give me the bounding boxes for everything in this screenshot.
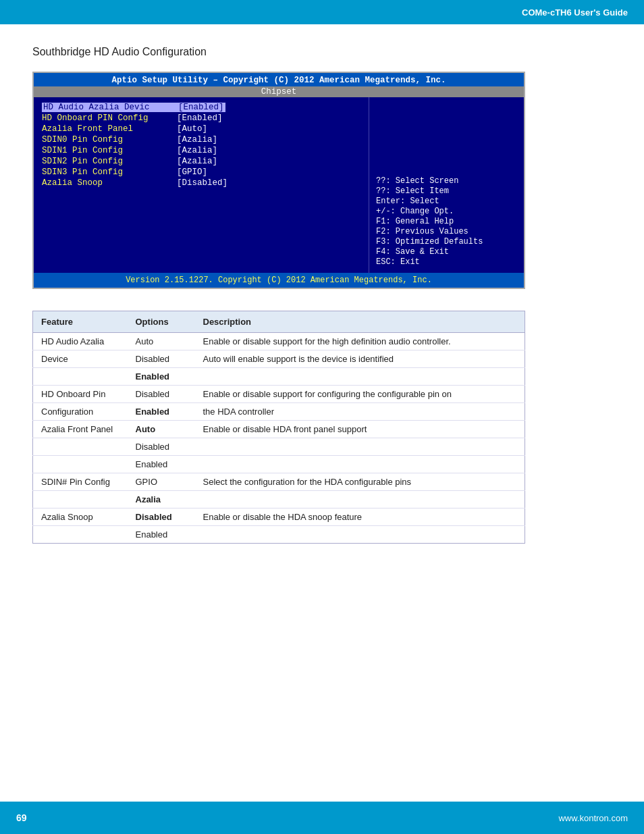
bios-help-line: F3: Optimized Defaults	[376, 237, 517, 246]
table-cell-feature	[33, 491, 128, 509]
bios-menu-value: [Enabled]	[177, 103, 225, 112]
bios-menu-value: [Auto]	[177, 124, 207, 134]
bios-menu-row: SDIN0 Pin Config [Azalia]	[42, 135, 360, 145]
bios-menu-label: Azalia Front Panel	[42, 124, 177, 134]
table-cell-options: GPIO	[128, 473, 195, 491]
table-cell-options: Disabled	[128, 386, 195, 403]
table-cell-options: Disabled	[128, 350, 195, 368]
bios-subheader: Chipset	[34, 86, 524, 97]
table-cell-description: Enable or disable the HDA snoop feature	[195, 509, 525, 526]
table-cell-options: Enabled	[128, 368, 195, 386]
table-cell-feature: Configuration	[33, 403, 128, 421]
table-row: SDIN# Pin ConfigGPIOSelect the configura…	[33, 473, 525, 491]
table-cell-feature: SDIN# Pin Config	[33, 473, 128, 491]
table-header-row: Feature Options Description	[33, 311, 525, 333]
bios-help-line: ??: Select Screen	[376, 176, 517, 186]
section-title: Southbridge HD Audio Configuration	[32, 46, 612, 58]
bios-help-right: ??: Select Screen??: Select ItemEnter: S…	[369, 97, 524, 273]
bios-menu-row: SDIN1 Pin Config [Azalia]	[42, 146, 360, 155]
table-cell-options: Enabled	[128, 526, 195, 544]
bios-body: HD Audio Azalia Devic [Enabled]HD Onboar…	[34, 97, 524, 273]
table-cell-description: Enable or disable support for configurin…	[195, 386, 525, 403]
table-cell-options: Disabled	[128, 438, 195, 456]
table-cell-feature: Azalia Snoop	[33, 509, 128, 526]
bios-help-line: ESC: Exit	[376, 257, 517, 267]
header-bar: COMe-cTH6 User's Guide	[0, 0, 644, 24]
table-cell-description: Select the configuration for the HDA con…	[195, 473, 525, 491]
bios-menu-left: HD Audio Azalia Devic [Enabled]HD Onboar…	[34, 97, 369, 273]
table-cell-feature: Device	[33, 350, 128, 368]
bios-menu-value: [Disabled]	[177, 178, 227, 188]
table-cell-feature	[33, 456, 128, 473]
col-header-description: Description	[195, 311, 525, 333]
table-cell-feature: Azalia Front Panel	[33, 421, 128, 438]
table-cell-description: Enable or disable HDA front panel suppor…	[195, 421, 525, 438]
feature-table: Feature Options Description HD Audio Aza…	[32, 311, 525, 544]
header-title: COMe-cTH6 User's Guide	[522, 7, 628, 18]
bios-menu-value: [Enabled]	[177, 113, 223, 123]
bios-menu-row: HD Onboard PIN Config [Enabled]	[42, 113, 360, 123]
bios-menu-label: SDIN0 Pin Config	[42, 135, 177, 145]
bios-menu-value: [Azalia]	[177, 146, 217, 155]
bios-footer: Version 2.15.1227. Copyright (C) 2012 Am…	[34, 273, 524, 288]
table-cell-feature: HD Audio Azalia	[33, 333, 128, 350]
footer-bar: 69 www.kontron.com	[0, 802, 644, 834]
footer-url: www.kontron.com	[558, 813, 628, 823]
table-cell-feature: HD Onboard Pin	[33, 386, 128, 403]
bios-help-line: Enter: Select	[376, 197, 517, 206]
table-cell-options: Enabled	[128, 456, 195, 473]
table-row: Azalia SnoopDisabledEnable or disable th…	[33, 509, 525, 526]
bios-menu-label: Azalia Snoop	[42, 178, 177, 188]
bios-menu-label: SDIN1 Pin Config	[42, 146, 177, 155]
bios-menu-row: Azalia Front Panel [Auto]	[42, 124, 360, 134]
table-row: Enabled	[33, 368, 525, 386]
table-cell-description	[195, 368, 525, 386]
bios-menu-value: [Azalia]	[177, 135, 217, 145]
table-cell-feature	[33, 368, 128, 386]
table-row: Enabled	[33, 456, 525, 473]
table-row: Disabled	[33, 438, 525, 456]
bios-help-line: +/-: Change Opt.	[376, 207, 517, 216]
table-cell-options: Auto	[128, 421, 195, 438]
bios-menu-label: SDIN3 Pin Config	[42, 167, 177, 177]
table-cell-feature	[33, 526, 128, 544]
table-cell-description: the HDA controller	[195, 403, 525, 421]
table-row: DeviceDisabledAuto will enable support i…	[33, 350, 525, 368]
table-cell-description	[195, 438, 525, 456]
bios-menu-value: [Azalia]	[177, 157, 217, 166]
table-row: ConfigurationEnabledthe HDA controller	[33, 403, 525, 421]
table-cell-feature	[33, 438, 128, 456]
table-cell-description	[195, 526, 525, 544]
bios-help-line: F4: Save & Exit	[376, 247, 517, 257]
bios-menu-label: HD Audio Azalia Devic	[42, 103, 177, 112]
col-header-options: Options	[128, 311, 195, 333]
col-header-feature: Feature	[33, 311, 128, 333]
bios-help-line: F1: General Help	[376, 217, 517, 226]
bios-menu-row: SDIN2 Pin Config [Azalia]	[42, 157, 360, 166]
table-row: Azalia Front PanelAutoEnable or disable …	[33, 421, 525, 438]
table-cell-options: Azalia	[128, 491, 195, 509]
bios-header-line: Aptio Setup Utility – Copyright (C) 2012…	[34, 73, 524, 86]
bios-menu-row: SDIN3 Pin Config [GPIO]	[42, 167, 360, 177]
bios-screenshot: Aptio Setup Utility – Copyright (C) 2012…	[32, 72, 525, 289]
main-content: Southbridge HD Audio Configuration Aptio…	[0, 24, 644, 598]
table-row: HD Onboard PinDisabledEnable or disable …	[33, 386, 525, 403]
bios-menu-label: SDIN2 Pin Config	[42, 157, 177, 166]
bios-menu-label: HD Onboard PIN Config	[42, 113, 177, 123]
bios-help-line: ??: Select Item	[376, 186, 517, 196]
table-row: Azalia	[33, 491, 525, 509]
table-cell-description: Enable or disable support for the high d…	[195, 333, 525, 350]
table-cell-options: Enabled	[128, 403, 195, 421]
table-row: HD Audio AzaliaAutoEnable or disable sup…	[33, 333, 525, 350]
bios-menu-row: Azalia Snoop [Disabled]	[42, 178, 360, 188]
table-cell-options: Auto	[128, 333, 195, 350]
bios-menu-value: [GPIO]	[177, 167, 207, 177]
table-cell-options: Disabled	[128, 509, 195, 526]
bios-help-line: F2: Previous Values	[376, 227, 517, 236]
table-cell-description: Auto will enable support is the device i…	[195, 350, 525, 368]
table-cell-description	[195, 491, 525, 509]
table-row: Enabled	[33, 526, 525, 544]
table-cell-description	[195, 456, 525, 473]
bios-menu-row: HD Audio Azalia Devic [Enabled]	[42, 103, 360, 112]
footer-page-number: 69	[16, 812, 27, 823]
